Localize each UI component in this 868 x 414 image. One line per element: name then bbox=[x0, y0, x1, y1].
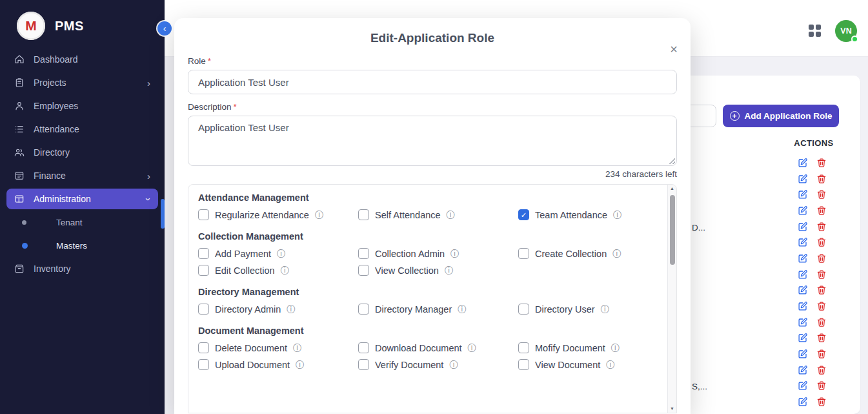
permission-label: Add Payment bbox=[215, 249, 271, 259]
sidebar-item-directory[interactable]: Directory bbox=[6, 142, 158, 163]
checkbox-icon[interactable] bbox=[518, 248, 529, 259]
checkbox-icon[interactable] bbox=[198, 359, 209, 370]
table-row bbox=[691, 205, 860, 218]
permission-mofify-document[interactable]: Mofify Documentⓘ bbox=[518, 342, 657, 353]
role-input[interactable] bbox=[188, 70, 677, 94]
checkbox-icon[interactable] bbox=[518, 304, 529, 315]
permission-directory-manager[interactable]: Directory Managerⓘ bbox=[358, 304, 518, 315]
checkbox-checked-icon[interactable]: ✓ bbox=[518, 209, 529, 220]
table-row bbox=[691, 269, 860, 282]
delete-icon[interactable] bbox=[816, 189, 827, 200]
sidebar-item-employees[interactable]: Employees bbox=[6, 96, 158, 116]
table-row bbox=[691, 333, 860, 346]
edit-icon[interactable] bbox=[798, 205, 808, 216]
checkbox-icon[interactable] bbox=[198, 209, 209, 220]
sidebar-item-dashboard[interactable]: Dashboard bbox=[6, 49, 158, 70]
delete-icon[interactable] bbox=[816, 333, 827, 343]
checkbox-icon[interactable] bbox=[198, 265, 209, 276]
permission-group-directory-management: Directory ManagementDirectory AdminⓘDire… bbox=[198, 287, 657, 315]
delete-icon[interactable] bbox=[816, 285, 827, 295]
edit-icon[interactable] bbox=[798, 301, 808, 311]
edit-icon[interactable] bbox=[798, 269, 808, 280]
description-textarea[interactable]: Application Test User bbox=[188, 116, 677, 166]
permission-upload-document[interactable]: Upload Documentⓘ bbox=[198, 359, 358, 370]
delete-icon[interactable] bbox=[816, 158, 827, 168]
checkbox-icon[interactable] bbox=[518, 359, 529, 370]
description-label: Description* bbox=[188, 102, 677, 112]
sidebar-scrollbar-thumb[interactable] bbox=[161, 199, 165, 229]
permissions-scrollbar[interactable]: ▲ ▼ bbox=[667, 185, 676, 413]
edit-icon[interactable] bbox=[798, 380, 808, 391]
delete-icon[interactable] bbox=[816, 205, 827, 216]
checkbox-icon[interactable] bbox=[518, 342, 529, 353]
permission-create-collection[interactable]: Create Collectionⓘ bbox=[518, 248, 657, 259]
edit-icon[interactable] bbox=[798, 237, 808, 247]
checkbox-icon[interactable] bbox=[358, 342, 369, 353]
permission-add-payment[interactable]: Add Paymentⓘ bbox=[198, 248, 358, 259]
delete-icon[interactable] bbox=[816, 174, 827, 184]
delete-icon[interactable] bbox=[816, 253, 827, 264]
edit-icon[interactable] bbox=[798, 333, 808, 343]
sidebar-item-finance[interactable]: Finance› bbox=[6, 165, 158, 186]
info-icon: ⓘ bbox=[447, 211, 456, 220]
sidebar-item-inventory[interactable]: Inventory bbox=[6, 258, 158, 279]
sidebar-subitem-label: Masters bbox=[56, 241, 87, 251]
delete-icon[interactable] bbox=[816, 317, 827, 327]
sidebar-subitem-masters[interactable]: Masters bbox=[6, 235, 158, 256]
sidebar-item-attendance[interactable]: Attendance bbox=[6, 119, 158, 140]
permission-group-title: Attendance Management bbox=[198, 192, 657, 203]
permission-team-attendance[interactable]: ✓Team Attendanceⓘ bbox=[518, 209, 657, 220]
edit-icon[interactable] bbox=[798, 222, 808, 232]
permission-edit-collection[interactable]: Edit Collectionⓘ bbox=[198, 265, 358, 276]
edit-icon[interactable] bbox=[798, 365, 808, 375]
edit-icon[interactable] bbox=[798, 189, 808, 200]
permission-directory-admin[interactable]: Directory Adminⓘ bbox=[198, 304, 358, 315]
delete-icon[interactable] bbox=[816, 301, 827, 311]
info-icon: ⓘ bbox=[449, 360, 458, 369]
sidebar-item-label: Dashboard bbox=[34, 54, 78, 65]
scroll-down-icon[interactable]: ▼ bbox=[668, 406, 676, 411]
permission-view-collection[interactable]: View Collectionⓘ bbox=[358, 265, 518, 276]
close-icon[interactable]: × bbox=[666, 41, 681, 57]
edit-icon[interactable] bbox=[798, 253, 808, 264]
permission-label: Self Attendance bbox=[375, 210, 441, 220]
delete-icon[interactable] bbox=[816, 269, 827, 280]
sidebar-collapse-button[interactable]: ‹ bbox=[157, 21, 172, 36]
edit-icon[interactable] bbox=[798, 397, 808, 407]
delete-icon[interactable] bbox=[816, 237, 827, 247]
permission-directory-user[interactable]: Directory Userⓘ bbox=[518, 304, 657, 315]
info-icon: ⓘ bbox=[612, 249, 621, 258]
permission-view-document[interactable]: View Documentⓘ bbox=[518, 359, 657, 370]
delete-icon[interactable] bbox=[816, 397, 827, 407]
scrollbar-thumb[interactable] bbox=[670, 195, 675, 265]
checkbox-icon[interactable] bbox=[358, 209, 369, 220]
delete-icon[interactable] bbox=[816, 349, 827, 359]
delete-icon[interactable] bbox=[816, 222, 827, 232]
permission-download-document[interactable]: Download Documentⓘ bbox=[358, 342, 518, 353]
sidebar-subitem-tenant[interactable]: Tenant bbox=[6, 212, 158, 233]
permission-verify-document[interactable]: Verify Documentⓘ bbox=[358, 359, 518, 370]
scroll-up-icon[interactable]: ▲ bbox=[668, 186, 676, 191]
checkbox-icon[interactable] bbox=[358, 265, 369, 276]
checkbox-icon[interactable] bbox=[198, 304, 209, 315]
permission-delete-document[interactable]: Delete Documentⓘ bbox=[198, 342, 358, 353]
sidebar-item-projects[interactable]: Projects› bbox=[6, 72, 158, 93]
delete-icon[interactable] bbox=[816, 380, 827, 391]
checkbox-icon[interactable] bbox=[198, 342, 209, 353]
permission-collection-admin[interactable]: Collection Adminⓘ bbox=[358, 248, 518, 259]
permissions-list: Attendance ManagementRegularize Attendan… bbox=[198, 192, 657, 370]
edit-icon[interactable] bbox=[798, 174, 808, 184]
sidebar-item-administration[interactable]: Administration› bbox=[6, 189, 158, 209]
checkbox-icon[interactable] bbox=[198, 248, 209, 259]
edit-icon[interactable] bbox=[798, 349, 808, 359]
checkbox-icon[interactable] bbox=[358, 359, 369, 370]
table-row bbox=[691, 285, 860, 298]
edit-icon[interactable] bbox=[798, 317, 808, 327]
checkbox-icon[interactable] bbox=[358, 248, 369, 259]
permission-self-attendance[interactable]: Self Attendanceⓘ bbox=[358, 209, 518, 220]
edit-icon[interactable] bbox=[798, 285, 808, 295]
permission-regularize-attendance[interactable]: Regularize Attendanceⓘ bbox=[198, 209, 358, 220]
edit-icon[interactable] bbox=[798, 158, 808, 168]
delete-icon[interactable] bbox=[816, 365, 827, 375]
checkbox-icon[interactable] bbox=[358, 304, 369, 315]
